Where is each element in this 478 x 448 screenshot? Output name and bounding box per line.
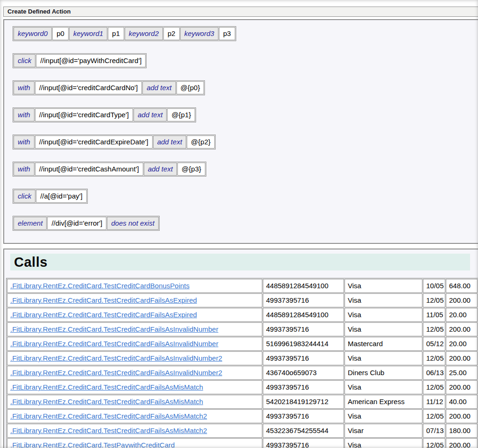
calls-table: .FitLibrary.RentEz.CreditCard.TestCredit… — [6, 278, 478, 448]
calls-row: .FitLibrary.RentEz.CreditCard.TestCredit… — [7, 395, 478, 409]
calls-row: .FitLibrary.RentEz.CreditCard.TestCredit… — [7, 308, 478, 322]
value-cell: //input[@id='creditCardExpireDate'] — [35, 135, 153, 149]
keyword-cell: keyword1 — [69, 27, 107, 40]
call-link-cell: .FitLibrary.RentEz.CreditCard.TestCredit… — [7, 322, 262, 336]
amount-cell: 40.00 — [446, 395, 478, 409]
card-type-cell: Visa — [344, 279, 422, 293]
amount-cell: 20.00 — [446, 337, 478, 351]
amount-cell: 200.00 — [446, 438, 478, 448]
value-cell: //a[@id='pay'] — [36, 190, 87, 203]
call-link-cell: .FitLibrary.RentEz.CreditCard.TestCredit… — [7, 293, 262, 307]
calls-row: .FitLibrary.RentEz.CreditCard.TestCredit… — [7, 337, 478, 351]
card-type-cell: Visa — [344, 380, 422, 394]
expiry-cell: 07/13 — [423, 424, 445, 438]
calls-row: .FitLibrary.RentEz.CreditCard.TestCredit… — [7, 409, 478, 423]
call-link[interactable]: .FitLibrary.RentEz.CreditCard.TestPaywit… — [10, 441, 175, 448]
call-link-cell: .FitLibrary.RentEz.CreditCard.TestCredit… — [7, 409, 262, 423]
call-link[interactable]: .FitLibrary.RentEz.CreditCard.TestCredit… — [10, 325, 218, 333]
window-title-bar: Create Defined Action — [3, 7, 478, 17]
card-type-cell: Visar — [344, 424, 422, 438]
value-cell: @{p3} — [177, 163, 205, 176]
calls-panel: Calls .FitLibrary.RentEz.CreditCard.Test… — [3, 249, 478, 448]
calls-heading: Calls — [10, 254, 470, 270]
call-link-cell: .FitLibrary.RentEz.CreditCard.TestCredit… — [7, 424, 262, 438]
window-title: Create Defined Action — [7, 8, 70, 15]
call-link-cell: .FitLibrary.RentEz.CreditCard.TestCredit… — [7, 351, 262, 365]
call-link[interactable]: .FitLibrary.RentEz.CreditCard.TestCredit… — [10, 311, 197, 319]
amount-cell: 648.00 — [446, 279, 478, 293]
calls-table-body: .FitLibrary.RentEz.CreditCard.TestCredit… — [7, 279, 478, 448]
amount-cell: 180.00 — [446, 424, 478, 438]
card-number-cell: 49937395716 — [263, 380, 344, 394]
expiry-cell: 12/05 — [423, 438, 445, 448]
call-link[interactable]: .FitLibrary.RentEz.CreditCard.TestCredit… — [10, 340, 218, 348]
card-type-cell: Visa — [344, 322, 422, 336]
card-number-cell: 5420218419129712 — [263, 395, 344, 409]
action-row: with//input[@id='creditCardExpireDate']a… — [14, 135, 215, 149]
keyword-cell: with — [14, 108, 35, 121]
call-link[interactable]: .FitLibrary.RentEz.CreditCard.TestCredit… — [10, 282, 190, 290]
expiry-cell: 05/12 — [423, 337, 445, 351]
action-table: with//input[@id='creditCardType']add tex… — [13, 107, 196, 122]
expiry-cell: 12/05 — [423, 351, 445, 365]
call-link-cell: .FitLibrary.RentEz.CreditCard.TestPaywit… — [7, 438, 262, 448]
value-cell: p1 — [108, 27, 124, 40]
amount-cell: 200.00 — [446, 351, 478, 365]
value-cell: //input[@id='creditCardType'] — [35, 108, 133, 121]
card-type-cell: Visa — [344, 308, 422, 322]
call-link[interactable]: .FitLibrary.RentEz.CreditCard.TestCredit… — [10, 398, 203, 405]
card-type-cell: Visa — [344, 409, 422, 423]
action-row: with//input[@id='creditCardType']add tex… — [14, 108, 195, 121]
amount-cell: 25.00 — [446, 366, 478, 380]
calls-row: .FitLibrary.RentEz.CreditCard.TestCredit… — [7, 351, 478, 365]
action-panel: keyword0p0keyword1p1keyword2p2keyword3p3… — [3, 19, 478, 244]
value-cell: //div[@id='error'] — [47, 217, 106, 230]
keyword-cell: add text — [144, 163, 177, 176]
expiry-cell: 12/05 — [423, 409, 445, 423]
call-link[interactable]: .FitLibrary.RentEz.CreditCard.TestCredit… — [10, 427, 207, 434]
value-cell: p3 — [219, 27, 235, 40]
card-type-cell: Visa — [344, 438, 422, 448]
value-cell: @{p0} — [176, 81, 204, 94]
keyword-cell: element — [14, 217, 47, 230]
action-table: with//input[@id='creditCardExpireDate']a… — [13, 135, 216, 149]
card-number-cell: 49937395716 — [263, 438, 344, 448]
keyword-cell: with — [14, 81, 35, 94]
call-link[interactable]: .FitLibrary.RentEz.CreditCard.TestCredit… — [10, 296, 197, 304]
calls-row: .FitLibrary.RentEz.CreditCard.TestCredit… — [7, 279, 478, 293]
keyword-cell: click — [14, 190, 35, 203]
expiry-cell: 12/05 — [423, 293, 445, 307]
calls-row: .FitLibrary.RentEz.CreditCard.TestCredit… — [7, 380, 478, 394]
keyword-cell: add text — [153, 135, 186, 149]
call-link[interactable]: .FitLibrary.RentEz.CreditCard.TestCredit… — [10, 383, 203, 391]
calls-row: .FitLibrary.RentEz.CreditCard.TestCredit… — [7, 293, 478, 307]
calls-row: .FitLibrary.RentEz.CreditCard.TestCredit… — [7, 366, 478, 380]
keyword-cell: with — [14, 163, 35, 176]
keyword-cell: with — [14, 135, 35, 149]
card-number-cell: 4532236754255544 — [263, 424, 344, 438]
value-cell: //input[@id='creditCardCardNo'] — [35, 81, 142, 94]
call-link-cell: .FitLibrary.RentEz.CreditCard.TestCredit… — [7, 279, 262, 293]
keyword-cell: keyword0 — [14, 27, 52, 40]
action-table: with//input[@id='creditCardCardNo']add t… — [13, 80, 205, 95]
action-table: click//input[@id='payWithCreditCard'] — [13, 53, 147, 68]
call-link-cell: .FitLibrary.RentEz.CreditCard.TestCredit… — [7, 395, 262, 409]
value-cell: //input[@id='creditCashAmount'] — [35, 163, 143, 176]
card-number-cell: 436740o659073 — [263, 366, 344, 380]
calls-row: .FitLibrary.RentEz.CreditCard.TestCredit… — [7, 322, 478, 336]
action-row: with//input[@id='creditCashAmount']add t… — [14, 163, 205, 176]
keyword-cell: click — [14, 54, 35, 67]
card-number-cell: 4485891284549100 — [263, 308, 344, 322]
call-link[interactable]: .FitLibrary.RentEz.CreditCard.TestCredit… — [10, 354, 222, 362]
card-number-cell: 49937395716 — [263, 293, 344, 307]
expiry-cell: 12/05 — [423, 322, 445, 336]
card-number-cell: 5169961983244414 — [263, 337, 344, 351]
keyword-cell: does not exist — [107, 217, 159, 230]
card-type-cell: Diners Club — [344, 366, 422, 380]
call-link[interactable]: .FitLibrary.RentEz.CreditCard.TestCredit… — [10, 369, 222, 377]
call-link-cell: .FitLibrary.RentEz.CreditCard.TestCredit… — [7, 380, 262, 394]
card-type-cell: Visa — [344, 293, 422, 307]
call-link[interactable]: .FitLibrary.RentEz.CreditCard.TestCredit… — [10, 412, 207, 420]
action-table: keyword0p0keyword1p1keyword2p2keyword3p3 — [13, 26, 236, 41]
calls-row: .FitLibrary.RentEz.CreditCard.TestPaywit… — [7, 438, 478, 448]
